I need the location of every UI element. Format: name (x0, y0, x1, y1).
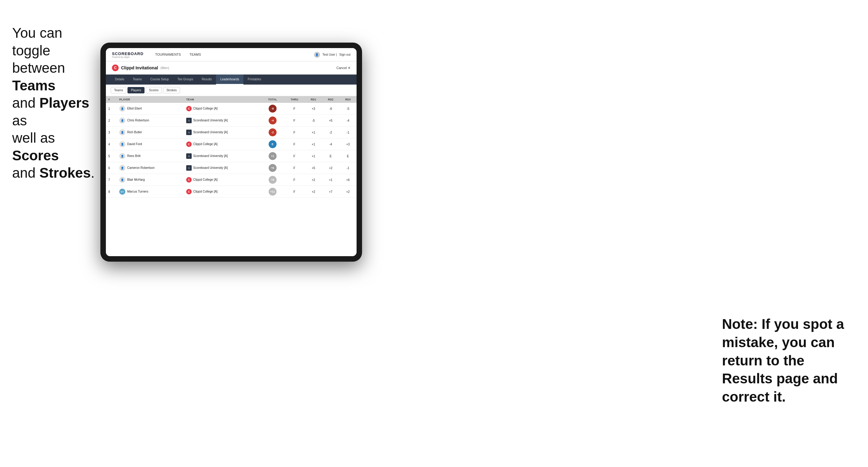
player-rank: 3 (106, 127, 117, 138)
player-team: CClippd College [A] (184, 174, 261, 186)
player-rd1: +1 (305, 127, 322, 138)
player-rd2: -2 (322, 127, 340, 138)
player-total: +1 (261, 150, 284, 162)
player-total: -8 (261, 103, 284, 115)
right-annotation: Note: If you spot a mistake, you can ret… (722, 315, 850, 406)
table-row: 1 👤Elliot Ebert CClippd College [A] -8 F… (106, 103, 356, 115)
nav-tournaments[interactable]: TOURNAMENTS (151, 48, 185, 61)
player-rd2: -6 (322, 103, 340, 115)
player-name: 👤Chris Robertson (117, 115, 184, 127)
nav-teams[interactable]: TEAMS (185, 48, 205, 61)
player-team: SScoreboard University [A] (184, 127, 261, 138)
player-rd1: +5 (305, 162, 322, 174)
user-avatar: 👤 (314, 52, 320, 58)
player-rd3: -4 (339, 115, 356, 127)
brand-logo: SCOREBOARD Powered by clippd (112, 52, 144, 58)
col-rank: # (106, 96, 117, 103)
col-rd1: RD1 (305, 96, 322, 103)
tab-details[interactable]: Details (111, 74, 129, 85)
player-team: CClippd College [A] (184, 103, 261, 115)
tab-navigation: Details Teams Course Setup Tee Groups Re… (106, 74, 356, 85)
player-thru: F (284, 162, 305, 174)
player-rd2: +2 (322, 162, 340, 174)
sub-tab-players[interactable]: Players (127, 87, 144, 93)
player-name: 👤Rich Butler (117, 127, 184, 138)
player-name: 👤David Ford (117, 138, 184, 150)
sub-tab-strokes[interactable]: Strokes (163, 87, 180, 93)
player-thru: F (284, 150, 305, 162)
player-total: +6 (261, 162, 284, 174)
player-thru: F (284, 115, 305, 127)
player-name: 👤Cameron Robertson (117, 162, 184, 174)
tournament-name: C Clippd Invitational (Men) (112, 64, 169, 71)
navbar: SCOREBOARD Powered by clippd TOURNAMENTS… (106, 48, 356, 61)
left-annotation: You can toggle between Teams and Players… (12, 24, 100, 182)
player-rank: 2 (106, 115, 117, 127)
player-rd2: -4 (322, 138, 340, 150)
player-rd1: -5 (305, 115, 322, 127)
player-thru: F (284, 138, 305, 150)
col-thru: THRU (284, 96, 305, 103)
player-rd1: +3 (305, 103, 322, 115)
user-name: Test User | (322, 53, 337, 56)
col-player: PLAYER (117, 96, 184, 103)
player-total: E (261, 138, 284, 150)
player-rd2: +7 (322, 186, 340, 198)
player-rd3: +6 (339, 174, 356, 186)
player-rank: 4 (106, 138, 117, 150)
tab-teams[interactable]: Teams (129, 74, 146, 85)
player-total: +8 (261, 174, 284, 186)
sign-out-link[interactable]: Sign out (339, 53, 350, 56)
player-rd3: +2 (339, 186, 356, 198)
player-rd1: +2 (305, 186, 322, 198)
tab-course-setup[interactable]: Course Setup (146, 74, 173, 85)
player-rd1: +1 (305, 138, 322, 150)
player-rd3: -1 (339, 162, 356, 174)
tablet-device: SCOREBOARD Powered by clippd TOURNAMENTS… (100, 42, 362, 262)
table-row: 4 👤David Ford CClippd College [A] E F +1… (106, 138, 356, 150)
player-total: -2 (261, 127, 284, 138)
brand-title: SCOREBOARD (112, 52, 144, 56)
tab-leaderboards[interactable]: Leaderboards (216, 74, 243, 85)
sub-tab-teams[interactable]: Teams (111, 87, 126, 93)
player-team: SScoreboard University [A] (184, 162, 261, 174)
table-row: 2 👤Chris Robertson SScoreboard Universit… (106, 115, 356, 127)
player-total: -4 (261, 115, 284, 127)
player-rd3: -5 (339, 103, 356, 115)
player-rd2: +5 (322, 115, 340, 127)
col-rd2: RD2 (322, 96, 340, 103)
tournament-logo: C (112, 64, 119, 71)
player-team: CClippd College [A] (184, 138, 261, 150)
tab-tee-groups[interactable]: Tee Groups (173, 74, 197, 85)
player-team: CClippd College [A] (184, 186, 261, 198)
player-name: 👤Rees Britt (117, 150, 184, 162)
player-name: MTMarcus Turners (117, 186, 184, 198)
player-rank: 5 (106, 150, 117, 162)
tablet-screen: SCOREBOARD Powered by clippd TOURNAMENTS… (106, 48, 356, 256)
tab-results[interactable]: Results (197, 74, 216, 85)
player-rd1: +1 (305, 150, 322, 162)
player-thru: F (284, 174, 305, 186)
nav-links: TOURNAMENTS TEAMS (151, 48, 314, 61)
player-total: +11 (261, 186, 284, 198)
cancel-button[interactable]: Cancel ✕ (337, 66, 350, 70)
player-rank: 7 (106, 174, 117, 186)
tournament-gender: (Men) (160, 66, 169, 70)
table-row: 5 👤Rees Britt SScoreboard University [A]… (106, 150, 356, 162)
navbar-right: 👤 Test User | Sign out (314, 52, 350, 58)
player-rd3: E (339, 150, 356, 162)
player-rank: 1 (106, 103, 117, 115)
col-total: TOTAL (261, 96, 284, 103)
player-thru: F (284, 103, 305, 115)
player-thru: F (284, 186, 305, 198)
player-name: 👤Blair McHarg (117, 174, 184, 186)
tab-printables[interactable]: Printables (243, 74, 265, 85)
brand-subtitle: Powered by clippd (112, 56, 144, 58)
player-team: SScoreboard University [A] (184, 115, 261, 127)
player-rd3: +3 (339, 138, 356, 150)
sub-tab-navigation: Teams Players Scores Strokes (106, 85, 356, 96)
sub-tab-scores[interactable]: Scores (146, 87, 162, 93)
tournament-header: C Clippd Invitational (Men) Cancel ✕ (106, 61, 356, 74)
player-rd3: -1 (339, 127, 356, 138)
tournament-title: Clippd Invitational (121, 65, 158, 70)
